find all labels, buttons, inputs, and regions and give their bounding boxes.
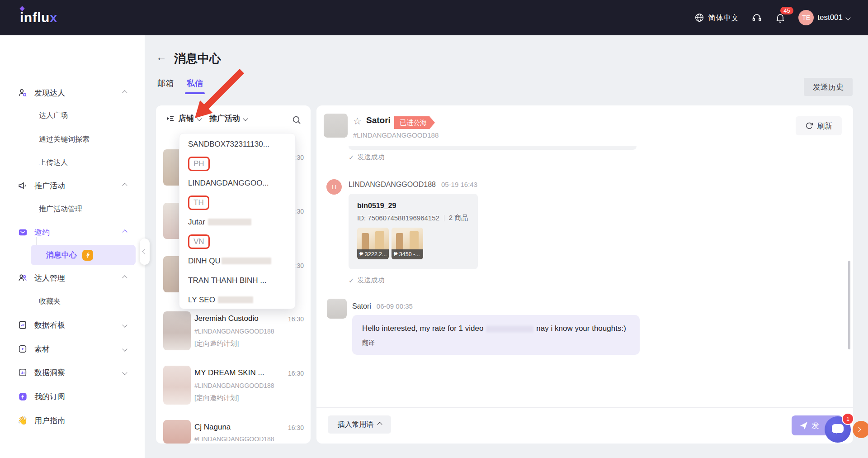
message-bubble: Hello interested, my rate for 1 videonay… [352,315,640,355]
sidebar-item-message-center-active[interactable]: 消息中心 [31,245,136,265]
dropdown-item[interactable]: TRAN THANH BINH ... [179,271,295,290]
sidebar-item-insights[interactable]: 数据洞察 [0,364,145,381]
paper-plane-icon [800,422,807,429]
redacted-text [208,219,251,225]
sidebar-item-campaign-management[interactable]: 推广活动管理 [0,200,145,218]
dropdown-item-region-vn[interactable]: VN [179,232,295,251]
dropdown-item[interactable]: SANDBOX732311130... [179,134,295,154]
users-icon [17,272,28,283]
page-title: 消息中心 [174,51,221,67]
chat-list-avatar [163,311,191,350]
chevron-up-icon [122,275,127,280]
chevron-up-icon [122,90,127,95]
send-history-button[interactable]: 发送历史 [804,78,853,96]
logo: influx [20,10,57,25]
compose-divider [316,407,853,408]
price-label: ₱ 3450 -... [392,249,423,259]
sender-avatar [327,299,347,319]
sidebar-item-invitations[interactable]: 邀约 [0,224,145,241]
chevron-down-icon [845,15,850,20]
refresh-button[interactable]: 刷新 [796,116,842,135]
check-icon: ✓ [349,153,354,162]
wave-hand-icon: 👋 [17,415,28,426]
shop-dropdown-menu: SANDBOX732311130... PH LINDANGDANGGOO...… [179,133,296,309]
dropdown-item-region-th[interactable]: TH [179,193,295,212]
contact-avatar [324,114,348,138]
sidebar-item-upload-creator[interactable]: 上传达人 [0,154,145,171]
lightning-badge-icon [82,250,93,261]
support-button[interactable] [751,12,762,23]
sender-name: LINDANGDANGGOOD188 [349,181,436,189]
check-icon: ✓ [349,277,354,285]
chevron-down-icon [197,116,202,121]
sidebar-item-creator-management[interactable]: 达人管理 [0,269,145,286]
dropdown-item-region-ph[interactable]: PH [179,154,295,173]
star-icon[interactable]: ☆ [353,116,362,127]
contact-campaign: #LINDANGDANGGOOD188 [353,131,439,139]
message-time: 06-09 00:35 [377,302,413,310]
message-text: Hello interested, my rate for 1 videonay… [362,324,630,333]
back-button[interactable]: ← [156,51,167,63]
chevron-down-icon [243,116,248,121]
product-thumbnail[interactable]: ₱ 3222.2... [357,228,389,259]
price-label: ₱ 3222.2... [357,249,389,259]
sent-status: ✓发送成功 [349,153,385,162]
notifications-button[interactable]: 45 [775,12,786,23]
sidebar-item-favorites[interactable]: 收藏夹 [0,293,145,310]
scrollbar-thumb[interactable] [848,261,850,349]
tab-mailbox[interactable]: 邮箱 [157,78,174,89]
dropdown-item[interactable]: DINH QU [179,251,295,271]
sidebar-item-user-guide[interactable]: 👋 用户指南 [0,412,145,429]
redacted-text [218,296,253,303]
sender-name: Satori [352,302,371,310]
user-search-icon [17,87,28,98]
redacted-text [486,326,533,332]
sender-avatar: LI [326,179,342,195]
redacted-text [222,258,271,264]
red-highlight-box: VN [188,234,210,249]
sidebar-collapse-handle[interactable] [140,239,150,265]
tab-direct-message[interactable]: 私信 [187,78,203,89]
chevron-up-icon [377,422,382,427]
product-card-message[interactable]: bin0519_29 ID: 7506074588196964152 2 商品 … [349,194,478,269]
filter-icon [166,114,175,123]
chevron-up-icon [122,183,127,188]
sidebar-item-dashboard[interactable]: 数据看板 [0,316,145,334]
sidebar-item-materials[interactable]: 素材 [0,340,145,358]
red-highlight-box: PH [188,157,210,171]
chevron-down-icon [122,370,127,375]
search-icon[interactable] [292,115,302,126]
username-label: test001 [817,13,843,22]
lightning-square-icon [17,391,28,402]
sidebar-item-creator-marketplace[interactable]: 达人广场 [0,107,145,124]
chat-bubble-icon [832,424,844,433]
sidebar-item-my-subscription[interactable]: 我的订阅 [0,388,145,405]
message-meta: LINDANGDANGGOOD188 05-19 16:43 [349,181,477,189]
list-filters: 店铺 推广活动 [166,113,247,124]
contact-name: Satori [366,115,391,125]
sidebar-item-discover-creators[interactable]: 发现达人 [0,84,145,101]
headset-icon [751,12,762,23]
support-chat-widget[interactable]: 1 [825,416,851,443]
dropdown-item[interactable]: Jutar [179,212,295,232]
campaign-filter[interactable]: 推广活动 [209,113,240,124]
dropdown-item[interactable]: LY SEO [179,290,295,310]
language-label: 简体中文 [708,13,739,23]
sidebar-item-campaigns[interactable]: 推广活动 [0,177,145,194]
product-thumbnail[interactable]: ₱ 3450 -... [392,228,423,259]
widget-unread-badge: 1 [842,413,854,425]
language-selector[interactable]: 简体中文 [694,13,739,23]
shop-filter[interactable]: 店铺 [179,113,194,124]
message-meta: Satori 06-09 00:35 [352,302,413,310]
translate-link[interactable]: 翻译 [362,339,630,347]
divider [444,215,444,221]
sent-status: ✓发送成功 [349,276,385,285]
chevron-right-icon [856,427,861,432]
sidebar-item-keyword-explore[interactable]: 通过关键词探索 [0,131,145,148]
dropdown-item[interactable]: LINDANGDANGGOO... [179,173,295,193]
edge-expand-button[interactable] [853,421,868,438]
active-tab-underline [185,92,205,94]
message-time: 05-19 16:43 [441,181,477,188]
quick-phrases-button[interactable]: 插入常用语 [328,415,391,434]
user-menu[interactable]: TE test001 [798,10,850,25]
